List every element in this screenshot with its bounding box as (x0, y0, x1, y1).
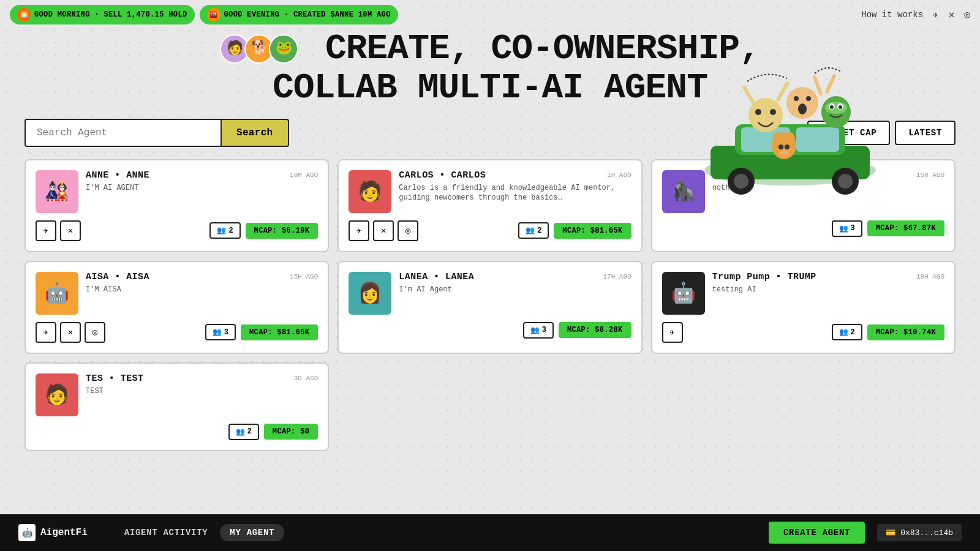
agent-avatar-icon-lanea: 👩 (358, 281, 382, 305)
mcap-badge-trump-pump: MCAP: $10.74K (867, 324, 944, 340)
members-count-lanea: 3 (542, 326, 546, 334)
agent-card-lanea[interactable]: 👩 LANEA • LANEA 17H AGO I'm AI Agent 👥 3… (337, 261, 642, 354)
card-info-test: TES • TEST 3D AGO TEST (86, 373, 318, 397)
agent-desc-aisa: I'M AISA (86, 285, 318, 295)
card-top-lanea: 👩 LANEA • LANEA 17H AGO I'm AI Agent (349, 272, 631, 315)
agent-time-aisa: 15H AGO (290, 273, 318, 280)
agent-card-trump-pump[interactable]: 🤖 Trump Pump • TRUMP 18H AGO testing AI … (651, 261, 956, 354)
members-count-anne: 2 (228, 227, 233, 235)
top-banner-bar: 🌅 GOOD MORNING · SELL 1,470.15 HOLD 🌇 GO… (0, 0, 980, 29)
card-social-aisa: ✈✕◎ (36, 322, 105, 343)
bottom-nav: AIGENT ACTIVITY MY AGENT (124, 524, 284, 541)
search-group: Search (24, 119, 289, 147)
bottom-bar: 🤖 AigentFi AIGENT ACTIVITY MY AGENT CREA… (0, 514, 980, 551)
card-right-info-test: 👥 2 MCAP: $0 (228, 424, 318, 440)
card-top-carlos: 🧑 CARLOS • CARLOS 1H AGO Carlos is a fri… (349, 170, 631, 213)
agent-desc-test: TEST (86, 386, 318, 397)
card-avatar-aisa: 🤖 (36, 272, 78, 315)
members-badge-test: 👥 2 (228, 424, 259, 440)
latest-filter-btn[interactable]: LATEST (895, 121, 956, 145)
card-top-trump2: 🦍 trump2 • trump2 15H AGO nothing (662, 170, 944, 213)
telegram-icon[interactable]: ✈ (933, 9, 939, 21)
agent-card-anne[interactable]: 🎎 ANNE • ANNE 10M AGO I'M AI AGENT ✈✕ 👥 … (24, 159, 329, 252)
market-cap-filter-btn[interactable]: MARKET CAP (807, 121, 890, 145)
mcap-badge-trump2: MCAP: $67.87K (867, 220, 944, 236)
nav-aigent-activity[interactable]: AIGENT ACTIVITY (124, 524, 208, 541)
card-social-trump-pump: ✈ (662, 322, 683, 343)
members-icon-trump-pump: 👥 (839, 328, 848, 337)
how-it-works-link[interactable]: How it works (861, 10, 923, 20)
card-right-info-carlos: 👥 2 MCAP: $81.65K (518, 222, 631, 239)
agent-time-carlos: 1H AGO (607, 171, 631, 179)
agent-name-trump2: trump2 • trump2 (712, 170, 799, 181)
members-badge-carlos: 👥 2 (518, 222, 549, 239)
members-badge-trump-pump: 👥 2 (832, 324, 862, 340)
agent-card-aisa[interactable]: 🤖 AISA • AISA 15H AGO I'M AISA ✈✕◎ 👥 3 M… (24, 261, 329, 354)
agent-card-carlos[interactable]: 🧑 CARLOS • CARLOS 1H AGO Carlos is a fri… (337, 159, 642, 252)
members-icon-trump2: 👥 (839, 224, 848, 233)
x-icon[interactable]: ✕ (373, 220, 394, 241)
agent-avatar-icon-trump-pump: 🤖 (671, 281, 696, 305)
card-info-trump-pump: Trump Pump • TRUMP 18H AGO testing AI (712, 272, 944, 295)
card-avatar-trump2: 🦍 (662, 170, 705, 213)
agent-name-lanea: LANEA • LANEA (399, 272, 474, 282)
card-name-row-trump-pump: Trump Pump • TRUMP 18H AGO (712, 272, 944, 282)
card-name-row-trump2: trump2 • trump2 15H AGO (712, 170, 944, 181)
hero-section: 🧑 🐕 🐸 CREATE, CO-OWNERSHIP, COLLAB MULTI… (0, 29, 980, 108)
banner-item-2[interactable]: 🌇 GOOD EVENING · CREATED $ANNE 10M AGO (200, 5, 398, 24)
wallet-address-display[interactable]: 💳 0x83...c14b (877, 524, 962, 541)
members-icon-aisa: 👥 (213, 328, 222, 337)
card-bottom-aisa: ✈✕◎ 👥 3 MCAP: $81.65K (36, 322, 318, 343)
search-input[interactable] (24, 119, 221, 147)
card-bottom-trump-pump: ✈ 👥 2 MCAP: $10.74K (662, 322, 944, 343)
card-name-row-test: TES • TEST 3D AGO (86, 373, 318, 384)
agent-time-trump-pump: 18H AGO (916, 273, 944, 280)
discord-icon[interactable]: ◎ (398, 220, 418, 241)
members-badge-trump2: 👥 3 (832, 220, 862, 237)
banner-item-1[interactable]: 🌅 GOOD MORNING · SELL 1,470.15 HOLD (10, 5, 195, 24)
card-avatar-lanea: 👩 (349, 272, 391, 315)
members-count-trump-pump: 2 (851, 328, 855, 337)
discord-icon[interactable]: ◎ (964, 9, 970, 21)
search-button[interactable]: Search (221, 119, 289, 147)
card-info-anne: ANNE • ANNE 10M AGO I'M AI AGENT (86, 170, 318, 193)
members-icon-test: 👥 (236, 427, 245, 437)
telegram-icon[interactable]: ✈ (662, 322, 683, 343)
agent-time-lanea: 17H AGO (603, 273, 631, 280)
members-badge-anne: 👥 2 (209, 222, 240, 239)
x-twitter-icon[interactable]: ✕ (949, 9, 955, 21)
card-bottom-test: 👥 2 MCAP: $0 (36, 424, 318, 440)
telegram-icon[interactable]: ✈ (36, 322, 56, 343)
card-name-row-aisa: AISA • AISA 15H AGO (86, 272, 318, 282)
agent-desc-trump-pump: testing AI (712, 285, 944, 295)
agent-avatar-icon-aisa: 🤖 (45, 281, 69, 305)
aigentfi-logo-icon: 🤖 (18, 524, 36, 541)
discord-icon[interactable]: ◎ (85, 322, 105, 343)
card-bottom-anne: ✈✕ 👥 2 MCAP: $6.19K (36, 220, 318, 241)
bottom-logo: 🤖 AigentFi (18, 524, 88, 541)
card-avatar-anne: 🎎 (36, 170, 78, 213)
mcap-badge-anne: MCAP: $6.19K (246, 223, 318, 239)
telegram-icon[interactable]: ✈ (349, 220, 369, 241)
telegram-icon[interactable]: ✈ (36, 220, 56, 241)
mcap-badge-aisa: MCAP: $81.65K (241, 324, 318, 340)
agent-name-aisa: AISA • AISA (86, 272, 149, 282)
nav-my-agent[interactable]: MY AGENT (220, 524, 284, 541)
agent-name-test: TES • TEST (86, 373, 144, 384)
create-agent-button[interactable]: CREATE AGENT (769, 522, 865, 544)
agent-card-test[interactable]: 🧑 TES • TEST 3D AGO TEST 👥 2 MCAP: $0 (24, 362, 329, 451)
card-info-trump2: trump2 • trump2 15H AGO nothing (712, 170, 944, 193)
card-info-aisa: AISA • AISA 15H AGO I'M AISA (86, 272, 318, 295)
banner-avatar-1: 🌅 (17, 8, 31, 21)
hero-title: 🧑 🐕 🐸 CREATE, CO-OWNERSHIP, COLLAB MULTI… (24, 29, 956, 108)
mcap-badge-test: MCAP: $0 (264, 424, 318, 440)
x-icon[interactable]: ✕ (60, 322, 81, 343)
card-bottom-lanea: 👥 3 MCAP: $8.28K (349, 322, 631, 339)
members-icon-anne: 👥 (217, 226, 226, 235)
card-name-row-anne: ANNE • ANNE 10M AGO (86, 170, 318, 181)
card-right-info-anne: 👥 2 MCAP: $6.19K (209, 222, 318, 239)
card-bottom-carlos: ✈✕◎ 👥 2 MCAP: $81.65K (349, 220, 631, 241)
card-info-carlos: CARLOS • CARLOS 1H AGO Carlos is a frien… (399, 170, 631, 204)
x-icon[interactable]: ✕ (60, 220, 81, 241)
agent-card-trump2[interactable]: 🦍 trump2 • trump2 15H AGO nothing 👥 3 MC… (651, 159, 956, 252)
